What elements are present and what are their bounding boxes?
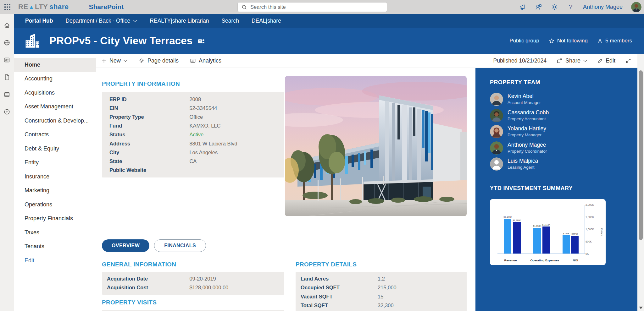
follow-button[interactable]: Not following: [549, 38, 588, 44]
teams-icon[interactable]: T: [197, 37, 205, 46]
sidebar-item-operations[interactable]: Operations: [14, 198, 96, 212]
rail-lists-icon[interactable]: [3, 91, 10, 98]
team-member-luis-malpica[interactable]: Luis Malpica Leasing Agent: [490, 157, 637, 171]
sidebar-item-construction-development[interactable]: Construction & Develop...: [14, 114, 96, 128]
rail-home-icon[interactable]: [3, 22, 10, 29]
row-label: Public Website: [102, 167, 189, 173]
row-label: Total SQFT: [296, 303, 378, 308]
rail-document-icon[interactable]: [3, 74, 10, 81]
sidebar-item-accounting[interactable]: Accounting: [14, 72, 96, 86]
rail-news-icon[interactable]: [3, 57, 10, 63]
general-information-title: GENERAL INFORMATION: [102, 261, 284, 268]
sidebar-item-asset-management[interactable]: Asset Management: [14, 100, 96, 114]
bar-operating-expenses-series-2: [542, 226, 550, 254]
search-input[interactable]: [250, 4, 370, 10]
row-value: KAMXO, LLC: [189, 123, 220, 129]
help-icon[interactable]: ?: [567, 3, 575, 11]
row-value: 15: [378, 294, 383, 300]
sidebar-item-debt-equity[interactable]: Debt & Equity: [14, 142, 96, 156]
row-label: Vacant SQFT: [296, 294, 378, 300]
row-label: City: [102, 150, 189, 156]
chart-ytick: 0K: [586, 252, 589, 255]
bar-column: $1,288K: [513, 205, 521, 254]
page-scrollbar-track[interactable]: [637, 54, 644, 311]
team-member-cassandra-cobb[interactable]: Cassandra Cobb Property Accountant: [490, 109, 637, 122]
chart-category-label: NOI: [573, 259, 578, 262]
member-name: Kevin Abel: [508, 93, 541, 100]
new-label: New: [109, 57, 121, 64]
user-name-label[interactable]: Anthony Magee: [583, 4, 623, 10]
team-member-anthony-magee[interactable]: Anthony Magee Property Coordinator: [490, 141, 637, 155]
expand-button[interactable]: [625, 58, 631, 64]
bar-data-label: $1,113K: [542, 224, 550, 226]
sidebar-item-property-financials[interactable]: Property Financials: [14, 212, 96, 226]
status-badge: Active: [189, 132, 203, 138]
sharepoint-link[interactable]: SharePoint: [89, 3, 124, 11]
sidebar-item-entity[interactable]: Entity: [14, 156, 96, 170]
rail-globe-icon[interactable]: [3, 39, 10, 46]
table-row: Occupied SQFT215,000: [296, 283, 467, 292]
chart-y-axis-label: Dollars: [600, 228, 603, 236]
member-role: Leasing Agent: [508, 165, 538, 170]
nav-item-librarian[interactable]: REALTY|share Librarian: [150, 18, 209, 24]
table-row: Public Website: [102, 166, 284, 175]
member-role: Property Coordinator: [508, 149, 547, 154]
chart-ytick: 1,500K: [586, 216, 594, 219]
sidebar-item-insurance[interactable]: Insurance: [14, 170, 96, 184]
sidebar-item-tenants[interactable]: Tenants: [14, 240, 96, 254]
avatar-yolanda-hartley: [490, 125, 503, 138]
page-details-label: Page details: [147, 57, 179, 64]
person-icon: [597, 38, 603, 44]
chart-category-label: Revenue: [504, 259, 517, 262]
logo-share-text: share: [49, 3, 69, 11]
share-people-icon[interactable]: [535, 3, 542, 11]
row-value: 32,300: [378, 303, 393, 308]
chevron-down-icon: [133, 19, 137, 22]
row-value: CA: [189, 158, 197, 164]
members-button[interactable]: 5 members: [597, 38, 632, 44]
sidebar-edit-link[interactable]: Edit: [14, 254, 96, 268]
analytics-chart-icon: [190, 58, 196, 64]
bar-revenue-series-1: [504, 219, 511, 254]
user-avatar[interactable]: [631, 2, 641, 12]
sidebar-item-contracts[interactable]: Contracts: [14, 128, 96, 142]
nav-item-search[interactable]: Search: [221, 18, 239, 24]
team-member-yolanda-hartley[interactable]: Yolanda Hartley Property Manager: [490, 125, 637, 138]
sidebar-item-marketing[interactable]: Marketing: [14, 184, 96, 198]
logo-text-suffix: LTY: [35, 3, 48, 11]
nav-item-portal-hub[interactable]: Portal Hub: [25, 18, 53, 24]
table-row: StateCA: [102, 157, 284, 166]
new-button[interactable]: New: [101, 57, 127, 64]
logo-triangle-icon: ▲: [29, 4, 35, 11]
tab-overview[interactable]: OVERVIEW: [102, 239, 149, 252]
gear-icon: [139, 58, 145, 64]
sidebar-item-taxes[interactable]: Taxes: [14, 226, 96, 240]
bar-column: $1,417K: [503, 205, 512, 254]
row-value: 8801 W Laciera Blvd: [189, 141, 237, 147]
table-row: CityLos Angeles: [102, 148, 284, 157]
scrollbar-down-arrow-icon[interactable]: [639, 307, 643, 309]
avatar-cassandra-cobb: [490, 109, 503, 122]
row-label: EIN: [102, 105, 189, 111]
row-label: Fund: [102, 123, 189, 129]
sidebar-item-home[interactable]: Home: [14, 58, 96, 72]
analytics-button[interactable]: Analytics: [190, 57, 221, 64]
property-team-list: Kevin Abel Account Manager Cassandra Cob…: [490, 93, 637, 171]
rail-add-icon[interactable]: [3, 108, 10, 115]
share-button[interactable]: Share: [557, 57, 587, 64]
site-logo-buildings-icon[interactable]: [24, 32, 42, 50]
page-details-button[interactable]: Page details: [139, 57, 179, 64]
team-member-kevin-abel[interactable]: Kevin Abel Account Manager: [490, 93, 637, 106]
settings-gear-icon[interactable]: [551, 3, 558, 11]
nav-item-dealshare[interactable]: DEAL|share: [252, 18, 281, 24]
site-search-box[interactable]: [237, 2, 387, 12]
scrollbar-thumb[interactable]: [639, 70, 643, 240]
edit-page-button[interactable]: Edit: [597, 57, 615, 64]
app-launcher-waffle-icon[interactable]: [0, 0, 14, 14]
sidebar-item-acquisitions[interactable]: Acquisitions: [14, 86, 96, 100]
pencil-icon: [597, 58, 603, 64]
nav-item-department-back-office[interactable]: Department / Back - Office: [65, 18, 137, 24]
realtyshare-logo[interactable]: RE▲LTY share: [18, 3, 69, 11]
tab-financials[interactable]: FINANCIALS: [154, 239, 206, 252]
megaphone-icon[interactable]: [519, 3, 526, 11]
